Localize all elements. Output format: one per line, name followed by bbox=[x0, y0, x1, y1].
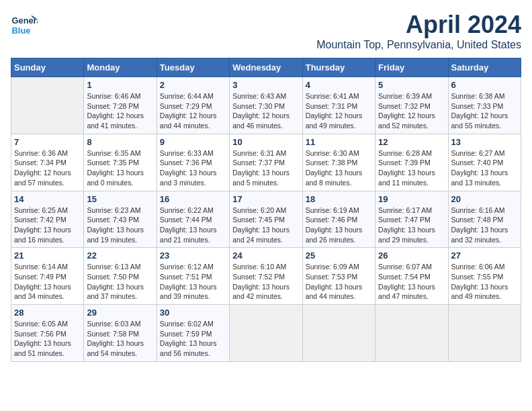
day-number: 21 bbox=[14, 250, 81, 261]
calendar-cell: 13Sunrise: 6:27 AMSunset: 7:40 PMDayligh… bbox=[448, 134, 521, 191]
day-of-week-header: Tuesday bbox=[157, 58, 229, 77]
calendar-cell bbox=[230, 305, 302, 362]
day-number: 9 bbox=[160, 137, 226, 147]
page-header: General Blue April 2024 Mountain Top, Pe… bbox=[11, 11, 521, 51]
day-number: 20 bbox=[451, 194, 518, 204]
day-info: Sunrise: 6:17 AMSunset: 7:47 PMDaylight:… bbox=[378, 206, 435, 244]
day-info: Sunrise: 6:41 AMSunset: 7:31 PMDaylight:… bbox=[306, 92, 363, 130]
day-info: Sunrise: 6:25 AMSunset: 7:42 PMDaylight:… bbox=[14, 206, 71, 244]
day-info: Sunrise: 6:35 AMSunset: 7:35 PMDaylight:… bbox=[87, 149, 144, 187]
day-number: 6 bbox=[451, 80, 518, 90]
calendar-cell: 16Sunrise: 6:22 AMSunset: 7:44 PMDayligh… bbox=[157, 191, 229, 248]
calendar-cell: 1Sunrise: 6:46 AMSunset: 7:28 PMDaylight… bbox=[84, 77, 157, 134]
title-area: April 2024 Mountain Top, Pennsylvania, U… bbox=[316, 11, 521, 51]
day-info: Sunrise: 6:10 AMSunset: 7:52 PMDaylight:… bbox=[232, 263, 290, 300]
day-info: Sunrise: 6:36 AMSunset: 7:34 PMDaylight:… bbox=[14, 149, 71, 187]
calendar-cell: 12Sunrise: 6:28 AMSunset: 7:39 PMDayligh… bbox=[375, 134, 448, 191]
calendar-cell: 26Sunrise: 6:07 AMSunset: 7:54 PMDayligh… bbox=[375, 248, 448, 305]
day-info: Sunrise: 6:07 AMSunset: 7:54 PMDaylight:… bbox=[378, 263, 435, 300]
day-of-week-header: Thursday bbox=[302, 58, 375, 77]
day-info: Sunrise: 6:03 AMSunset: 7:58 PMDaylight:… bbox=[87, 320, 144, 357]
calendar-cell bbox=[11, 77, 84, 134]
day-info: Sunrise: 6:31 AMSunset: 7:37 PMDaylight:… bbox=[232, 149, 290, 187]
calendar-cell: 4Sunrise: 6:41 AMSunset: 7:31 PMDaylight… bbox=[302, 77, 375, 134]
calendar-cell: 7Sunrise: 6:36 AMSunset: 7:34 PMDaylight… bbox=[11, 134, 84, 191]
logo: General Blue bbox=[11, 11, 38, 38]
day-number: 8 bbox=[87, 137, 153, 147]
day-info: Sunrise: 6:20 AMSunset: 7:45 PMDaylight:… bbox=[232, 206, 290, 244]
day-info: Sunrise: 6:22 AMSunset: 7:44 PMDaylight:… bbox=[160, 206, 217, 244]
day-number: 22 bbox=[87, 250, 153, 261]
calendar-cell: 19Sunrise: 6:17 AMSunset: 7:47 PMDayligh… bbox=[375, 191, 448, 248]
calendar-cell bbox=[302, 305, 375, 362]
logo-icon: General Blue bbox=[11, 11, 38, 38]
day-number: 28 bbox=[14, 308, 81, 318]
month-title: April 2024 bbox=[316, 11, 521, 39]
day-number: 25 bbox=[306, 250, 372, 261]
calendar-cell: 29Sunrise: 6:03 AMSunset: 7:58 PMDayligh… bbox=[84, 305, 157, 362]
day-info: Sunrise: 6:23 AMSunset: 7:43 PMDaylight:… bbox=[87, 206, 144, 244]
day-number: 19 bbox=[378, 194, 445, 204]
calendar-body: 1Sunrise: 6:46 AMSunset: 7:28 PMDaylight… bbox=[11, 77, 521, 362]
calendar-cell: 21Sunrise: 6:14 AMSunset: 7:49 PMDayligh… bbox=[11, 248, 84, 305]
day-number: 4 bbox=[306, 80, 372, 90]
day-info: Sunrise: 6:46 AMSunset: 7:28 PMDaylight:… bbox=[87, 92, 144, 130]
day-number: 18 bbox=[306, 194, 372, 204]
day-number: 1 bbox=[87, 80, 153, 90]
calendar-cell: 15Sunrise: 6:23 AMSunset: 7:43 PMDayligh… bbox=[84, 191, 157, 248]
day-number: 7 bbox=[14, 137, 81, 147]
calendar-cell: 9Sunrise: 6:33 AMSunset: 7:36 PMDaylight… bbox=[157, 134, 229, 191]
day-number: 12 bbox=[378, 137, 445, 147]
day-info: Sunrise: 6:19 AMSunset: 7:46 PMDaylight:… bbox=[306, 206, 363, 244]
day-info: Sunrise: 6:14 AMSunset: 7:49 PMDaylight:… bbox=[14, 263, 71, 300]
day-info: Sunrise: 6:12 AMSunset: 7:51 PMDaylight:… bbox=[160, 263, 217, 300]
day-info: Sunrise: 6:06 AMSunset: 7:55 PMDaylight:… bbox=[451, 263, 508, 300]
calendar-week-row: 28Sunrise: 6:05 AMSunset: 7:56 PMDayligh… bbox=[11, 305, 521, 362]
calendar-cell: 11Sunrise: 6:30 AMSunset: 7:38 PMDayligh… bbox=[302, 134, 375, 191]
day-of-week-header: Wednesday bbox=[230, 58, 302, 77]
calendar-cell: 30Sunrise: 6:02 AMSunset: 7:59 PMDayligh… bbox=[157, 305, 229, 362]
day-info: Sunrise: 6:13 AMSunset: 7:50 PMDaylight:… bbox=[87, 263, 144, 300]
day-number: 3 bbox=[232, 80, 299, 90]
day-of-week-header: Sunday bbox=[11, 58, 84, 77]
calendar-week-row: 14Sunrise: 6:25 AMSunset: 7:42 PMDayligh… bbox=[11, 191, 521, 248]
calendar-cell: 2Sunrise: 6:44 AMSunset: 7:29 PMDaylight… bbox=[157, 77, 229, 134]
calendar-week-row: 7Sunrise: 6:36 AMSunset: 7:34 PMDaylight… bbox=[11, 134, 521, 191]
calendar-cell: 20Sunrise: 6:16 AMSunset: 7:48 PMDayligh… bbox=[448, 191, 521, 248]
calendar-cell: 25Sunrise: 6:09 AMSunset: 7:53 PMDayligh… bbox=[302, 248, 375, 305]
day-of-week-header: Saturday bbox=[448, 58, 521, 77]
day-info: Sunrise: 6:02 AMSunset: 7:59 PMDaylight:… bbox=[160, 320, 217, 357]
calendar-cell: 5Sunrise: 6:39 AMSunset: 7:32 PMDaylight… bbox=[375, 77, 448, 134]
day-info: Sunrise: 6:30 AMSunset: 7:38 PMDaylight:… bbox=[306, 149, 363, 187]
calendar-cell: 18Sunrise: 6:19 AMSunset: 7:46 PMDayligh… bbox=[302, 191, 375, 248]
day-number: 2 bbox=[160, 80, 226, 90]
calendar-cell: 27Sunrise: 6:06 AMSunset: 7:55 PMDayligh… bbox=[448, 248, 521, 305]
calendar-cell: 8Sunrise: 6:35 AMSunset: 7:35 PMDaylight… bbox=[84, 134, 157, 191]
calendar-week-row: 21Sunrise: 6:14 AMSunset: 7:49 PMDayligh… bbox=[11, 248, 521, 305]
day-info: Sunrise: 6:16 AMSunset: 7:48 PMDaylight:… bbox=[451, 206, 508, 244]
calendar-cell: 22Sunrise: 6:13 AMSunset: 7:50 PMDayligh… bbox=[84, 248, 157, 305]
day-of-week-header: Monday bbox=[84, 58, 157, 77]
day-number: 16 bbox=[160, 194, 226, 204]
calendar-cell: 24Sunrise: 6:10 AMSunset: 7:52 PMDayligh… bbox=[230, 248, 302, 305]
day-number: 15 bbox=[87, 194, 153, 204]
day-info: Sunrise: 6:39 AMSunset: 7:32 PMDaylight:… bbox=[378, 92, 435, 130]
day-number: 23 bbox=[160, 250, 226, 261]
day-number: 11 bbox=[306, 137, 372, 147]
day-number: 10 bbox=[232, 137, 299, 147]
day-info: Sunrise: 6:44 AMSunset: 7:29 PMDaylight:… bbox=[160, 92, 217, 130]
day-number: 30 bbox=[160, 308, 226, 318]
day-number: 14 bbox=[14, 194, 81, 204]
location-title: Mountain Top, Pennsylvania, United State… bbox=[316, 39, 521, 51]
calendar-cell: 3Sunrise: 6:43 AMSunset: 7:30 PMDaylight… bbox=[230, 77, 302, 134]
day-number: 26 bbox=[378, 250, 445, 261]
day-info: Sunrise: 6:38 AMSunset: 7:33 PMDaylight:… bbox=[451, 92, 508, 130]
calendar-cell bbox=[448, 305, 521, 362]
day-info: Sunrise: 6:33 AMSunset: 7:36 PMDaylight:… bbox=[160, 149, 217, 187]
calendar-cell: 14Sunrise: 6:25 AMSunset: 7:42 PMDayligh… bbox=[11, 191, 84, 248]
day-number: 24 bbox=[232, 250, 299, 261]
day-info: Sunrise: 6:05 AMSunset: 7:56 PMDaylight:… bbox=[14, 320, 71, 357]
calendar-cell bbox=[375, 305, 448, 362]
calendar-week-row: 1Sunrise: 6:46 AMSunset: 7:28 PMDaylight… bbox=[11, 77, 521, 134]
calendar-cell: 6Sunrise: 6:38 AMSunset: 7:33 PMDaylight… bbox=[448, 77, 521, 134]
